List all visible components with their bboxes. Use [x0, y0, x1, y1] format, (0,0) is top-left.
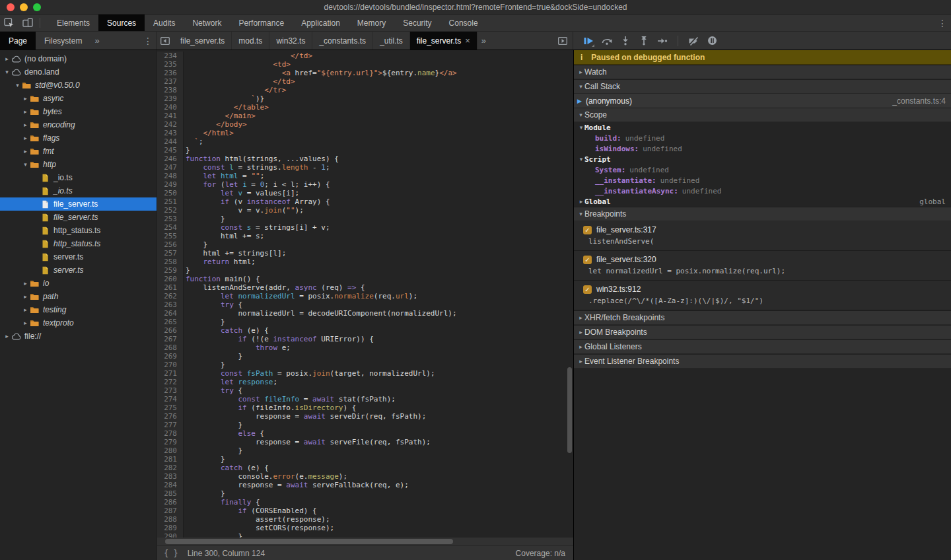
- line-number[interactable]: 273: [157, 386, 184, 395]
- code-line[interactable]: if (fileInfo.isDirectory) {: [184, 403, 356, 412]
- tree-item-file[interactable]: ▸file://: [0, 330, 157, 343]
- chevron-right-icon[interactable]: ▸: [22, 293, 29, 300]
- line-number[interactable]: 234: [157, 52, 184, 60]
- pretty-print-button[interactable]: { }: [164, 549, 178, 558]
- line-number[interactable]: 259: [157, 266, 184, 275]
- line-number[interactable]: 255: [157, 232, 184, 240]
- scope-group-global[interactable]: ▸Globalglobal: [574, 196, 951, 207]
- editor-tab-file-server-ts[interactable]: file_server.ts×: [410, 32, 477, 50]
- code-line[interactable]: <td>: [184, 60, 291, 69]
- tab-network[interactable]: Network: [184, 15, 230, 31]
- resume-button[interactable]: [581, 34, 596, 48]
- line-number[interactable]: 278: [157, 429, 184, 438]
- deactivate-breakpoints-button[interactable]: [686, 34, 701, 48]
- tree-item-textproto[interactable]: ▸textproto: [0, 316, 157, 330]
- breakpoint-checkbox[interactable]: ✓: [583, 256, 592, 264]
- line-number[interactable]: 282: [157, 464, 184, 472]
- code-line[interactable]: try {: [184, 300, 242, 309]
- code-line[interactable]: const s = strings[i] + v;: [184, 223, 330, 232]
- code-line[interactable]: response = await serveFallback(req, e);: [184, 481, 409, 489]
- code-line[interactable]: catch (e) {: [184, 326, 269, 335]
- tree-item-path[interactable]: ▸path: [0, 290, 157, 303]
- tree-item-file-server-ts[interactable]: file_server.ts: [0, 197, 157, 211]
- code-line[interactable]: }: [184, 421, 242, 429]
- tree-item-io-ts[interactable]: _io.ts: [0, 184, 157, 197]
- section-event-listener-breakpoints[interactable]: ▸Event Listener Breakpoints: [574, 354, 951, 368]
- chevron-right-icon[interactable]: ▸: [22, 95, 29, 102]
- chevron-right-icon[interactable]: ▸: [22, 280, 29, 287]
- tree-item-testing[interactable]: ▸testing: [0, 303, 157, 316]
- editor-tab-util-ts[interactable]: _util.ts: [373, 32, 410, 50]
- code-line[interactable]: </td>: [184, 77, 295, 86]
- line-number[interactable]: 269: [157, 352, 184, 361]
- code-line[interactable]: response = await serveDir(req, fsPath);: [184, 412, 426, 421]
- code-line[interactable]: return html;: [184, 258, 256, 266]
- section-call-stack[interactable]: ▾ Call Stack: [574, 79, 951, 94]
- line-number[interactable]: 264: [157, 309, 184, 318]
- code-line[interactable]: }: [184, 489, 225, 498]
- code-line[interactable]: <a href="${entry.url}">${entry.name}</a>: [184, 69, 457, 77]
- code-line[interactable]: let v = values[i];: [184, 189, 299, 197]
- chevron-right-icon[interactable]: ▸: [3, 55, 11, 62]
- line-number[interactable]: 280: [157, 446, 184, 455]
- tab-security[interactable]: Security: [394, 15, 440, 31]
- tree-item-fmt[interactable]: ▸fmt: [0, 145, 157, 158]
- line-number[interactable]: 261: [157, 283, 184, 292]
- section-scope[interactable]: ▾ Scope: [574, 108, 951, 122]
- tree-item-no-domain[interactable]: ▸(no domain): [0, 52, 157, 65]
- line-number[interactable]: 283: [157, 472, 184, 481]
- chevron-right-icon[interactable]: ▸: [22, 135, 29, 141]
- vertical-scrollbar[interactable]: [567, 367, 572, 453]
- breakpoint-entry[interactable]: ✓file_server.ts:320let normalizedUrl = p…: [574, 251, 951, 281]
- code-line[interactable]: const l = strings.length - 1;: [184, 163, 330, 172]
- line-number[interactable]: 248: [157, 172, 184, 180]
- chevron-right-icon[interactable]: ▸: [22, 148, 29, 155]
- code-line[interactable]: try {: [184, 386, 242, 395]
- tree-item-async[interactable]: ▸async: [0, 92, 157, 105]
- line-number[interactable]: 256: [157, 240, 184, 249]
- editor-tab-win32-ts[interactable]: win32.ts: [269, 32, 312, 50]
- scope-group-script[interactable]: ▾Script: [574, 154, 951, 164]
- section-global-listeners[interactable]: ▸Global Listeners: [574, 339, 951, 354]
- more-navigator-tabs-icon[interactable]: »: [90, 32, 103, 50]
- section-breakpoints[interactable]: ▾ Breakpoints: [574, 207, 951, 221]
- navigator-menu-icon[interactable]: ⋮: [140, 32, 156, 50]
- code-line[interactable]: html += strings[l];: [184, 249, 286, 258]
- line-number[interactable]: 272: [157, 378, 184, 386]
- editor-tab-file-server-ts[interactable]: file_server.ts: [174, 32, 232, 50]
- tree-item-bytes[interactable]: ▸bytes: [0, 105, 157, 118]
- code-line[interactable]: </main>: [184, 112, 256, 120]
- chevron-right-icon[interactable]: ▸: [3, 333, 11, 339]
- tree-item-http-status-ts[interactable]: http_status.ts: [0, 224, 157, 237]
- code-line[interactable]: `;: [184, 137, 203, 146]
- line-number[interactable]: 285: [157, 489, 184, 498]
- tab-performance[interactable]: Performance: [230, 15, 293, 31]
- chevron-down-icon[interactable]: ▾: [14, 82, 21, 88]
- section-dom-breakpoints[interactable]: ▸DOM Breakpoints: [574, 325, 951, 339]
- code-area[interactable]: 234 </td>235 <td>236 <a href="${entry.ur…: [157, 50, 573, 545]
- code-line[interactable]: if (v instanceof Array) {: [184, 197, 330, 206]
- code-line[interactable]: }: [184, 266, 190, 275]
- code-line[interactable]: }: [184, 146, 190, 155]
- line-number[interactable]: 258: [157, 258, 184, 266]
- code-line[interactable]: response = await serveFile(req, fsPath);: [184, 438, 431, 446]
- line-number[interactable]: 277: [157, 421, 184, 429]
- line-number[interactable]: 275: [157, 403, 184, 412]
- code-line[interactable]: console.error(e.message);: [184, 472, 347, 481]
- code-line[interactable]: function html(strings, ...values) {: [184, 155, 339, 163]
- editor-tab-mod-ts[interactable]: mod.ts: [232, 32, 269, 50]
- chevron-down-icon[interactable]: ▾: [3, 69, 11, 75]
- line-number[interactable]: 262: [157, 292, 184, 300]
- breakpoint-entry[interactable]: ✓win32.ts:912.replace(/^\/*([A-Za-z]:)(\…: [574, 281, 951, 310]
- tab-filesystem[interactable]: Filesystem: [36, 32, 90, 50]
- line-number[interactable]: 260: [157, 275, 184, 283]
- tree-item-std-v0-50-0[interactable]: ▾std@v0.50.0: [0, 79, 157, 92]
- tab-application[interactable]: Application: [293, 15, 349, 31]
- code-line[interactable]: if (CORSEnabled) {: [184, 507, 317, 515]
- code-line[interactable]: else {: [184, 429, 264, 438]
- tree-item-http-status-ts[interactable]: http_status.ts: [0, 237, 157, 250]
- code-line[interactable]: }: [184, 361, 225, 369]
- code-line[interactable]: listenAndServe(addr, async (req) => {: [184, 283, 365, 292]
- editor-tab-constants-ts[interactable]: _constants.ts: [312, 32, 373, 50]
- line-number[interactable]: 268: [157, 343, 184, 352]
